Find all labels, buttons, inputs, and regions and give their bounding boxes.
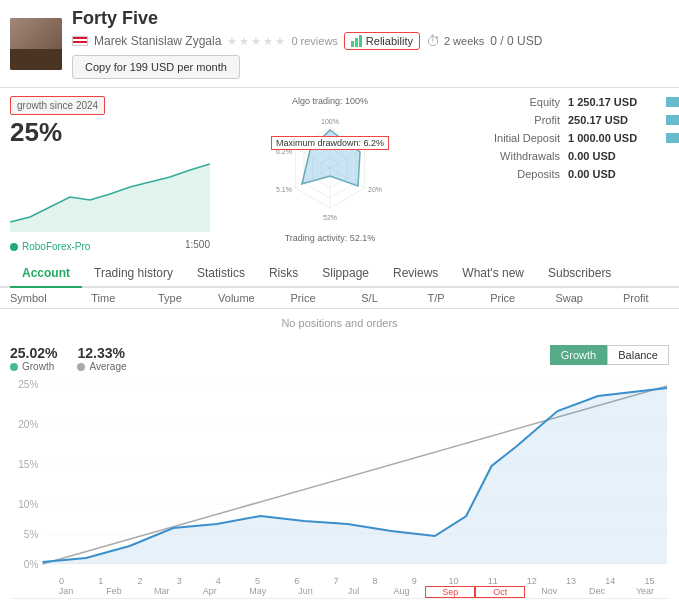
chart-avg-value: 12.33% [77,345,126,361]
deposits-value: 0.00 USD [568,168,658,180]
radar-svg: 100% 80% 20% 52% 5.1% 6.2% [260,108,400,228]
profit-bar [666,115,679,125]
avg-dot [77,363,85,371]
tab-bar: Account Trading history Statistics Risks… [0,260,679,288]
header-section: Forty Five Marek Stanislaw Zygala ★ ★ ★ … [0,0,679,88]
bottom-line-chart: 25% 20% 15% 10% 5% 0% [10,376,669,576]
col-sl: S/L [336,292,403,304]
col-type: Type [137,292,204,304]
svg-text:52%: 52% [323,214,337,221]
oct-highlight: Oct [475,586,525,598]
chart-controls: 25.02% Growth 12.33% Average Growth Bala… [10,345,669,372]
svg-text:25%: 25% [18,379,38,390]
withdrawals-value: 0.00 USD [568,150,658,162]
chart-main-stat: 25.02% Growth [10,345,57,372]
tab-account[interactable]: Account [10,260,82,288]
table-header: Symbol Time Type Volume Price S/L T/P Pr… [0,288,679,309]
col-time: Time [70,292,137,304]
deposits-row: Deposits 0.00 USD [450,168,679,180]
col-tp: T/P [403,292,470,304]
flag-icon [72,36,88,46]
tab-reviews[interactable]: Reviews [381,260,450,288]
online-dot [10,243,18,251]
svg-marker-0 [10,164,210,232]
mini-line-chart [10,152,210,232]
col-swap: Swap [536,292,603,304]
usd-info: 0 / 0 USD [490,34,542,48]
stats-section: Equity 1 250.17 USD Profit 250.17 USD In… [450,96,679,252]
x-axis-months: Jan Feb Mar Apr May Jun Jul Aug Sep Oct … [10,586,669,598]
withdrawals-label: Withdrawals [450,150,560,162]
leverage-value: 1:500 [185,239,210,250]
subscribe-button[interactable]: Copy for 199 USD per month [72,55,240,79]
trader-title: Forty Five [72,8,669,29]
equity-label: Equity [450,96,560,108]
initial-deposit-bar [666,133,679,143]
trader-name: Marek Stanislaw Zygala [94,34,221,48]
broker-info: RoboForex-Pro [10,241,90,252]
growth-value: 25% [10,117,210,148]
col-profit: Profit [603,292,670,304]
balance-toggle-button[interactable]: Balance [607,345,669,365]
header-sub: Marek Stanislaw Zygala ★ ★ ★ ★ ★ 0 revie… [72,32,669,50]
main-top-section: growth since 2024 25% RoboForex-Pro 1:50… [0,88,679,260]
reliability-badge: Reliability [344,32,420,50]
algo-label: Algo trading: 100% [220,96,440,106]
weeks-value: 2 weeks [444,35,484,47]
withdrawals-row: Withdrawals 0.00 USD [450,150,679,162]
chart-svg: 25% 20% 15% 10% 5% 0% [10,376,669,576]
weeks-badge: ⏱ 2 weeks [426,33,484,49]
initial-deposit-row: Initial Deposit 1 000.00 USD [450,132,679,144]
equity-value: 1 250.17 USD [568,96,658,108]
svg-text:5%: 5% [24,529,39,540]
header-info: Forty Five Marek Stanislaw Zygala ★ ★ ★ … [72,8,669,79]
tab-statistics[interactable]: Statistics [185,260,257,288]
reliability-label: Reliability [366,35,413,47]
svg-text:20%: 20% [368,186,382,193]
growth-legend: Growth [10,361,57,372]
equity-bar [666,97,679,107]
tab-whats-new[interactable]: What's new [450,260,536,288]
avg-legend-label: Average [89,361,126,372]
x-axis-numbers: 0 1 2 3 4 5 6 7 8 9 10 11 12 13 14 15 [10,576,669,586]
col-volume: Volume [203,292,270,304]
svg-text:0%: 0% [24,559,39,570]
radar-chart-area: Algo trading: 100% 100% 80% 2 [220,96,440,252]
avatar [10,18,62,70]
svg-text:10%: 10% [18,499,38,510]
reliability-bars-icon [351,35,362,47]
chart-main-value: 25.02% [10,345,57,361]
growth-toggle-button[interactable]: Growth [550,345,607,365]
clock-icon: ⏱ [426,33,440,49]
growth-legend-label: Growth [22,361,54,372]
broker-name: RoboForex-Pro [22,241,90,252]
tab-risks[interactable]: Risks [257,260,310,288]
initial-deposit-value: 1 000.00 USD [568,132,658,144]
deposits-label: Deposits [450,168,560,180]
reviews-count: 0 reviews [291,35,337,47]
tab-trading-history[interactable]: Trading history [82,260,185,288]
svg-text:15%: 15% [18,459,38,470]
chart-toggle-buttons: Growth Balance [550,345,669,365]
profit-value: 250.17 USD [568,114,658,126]
equity-row: Equity 1 250.17 USD [450,96,679,108]
empty-message: No positions and orders [0,309,679,337]
drawdown-label: Maximum drawdown: 6.2% [276,138,384,148]
growth-since-label: growth since 2024 [10,96,105,115]
sep-highlight: Sep [425,586,475,598]
avg-legend: Average [77,361,126,372]
star-rating: ★ ★ ★ ★ ★ [227,35,285,48]
max-drawdown-badge: Maximum drawdown: 6.2% [271,136,389,150]
col-symbol: Symbol [10,292,70,304]
svg-text:100%: 100% [321,118,339,125]
bottom-chart-section: 25.02% Growth 12.33% Average Growth Bala… [0,337,679,600]
growth-dot [10,363,18,371]
svg-text:20%: 20% [18,419,38,430]
tab-subscribers[interactable]: Subscribers [536,260,623,288]
chart-left: growth since 2024 25% RoboForex-Pro 1:50… [10,96,210,252]
activity-label: Trading activity: 52.1% [220,233,440,243]
col-price1: Price [270,292,337,304]
profit-row: Profit 250.17 USD [450,114,679,126]
tab-slippage[interactable]: Slippage [310,260,381,288]
col-price2: Price [469,292,536,304]
